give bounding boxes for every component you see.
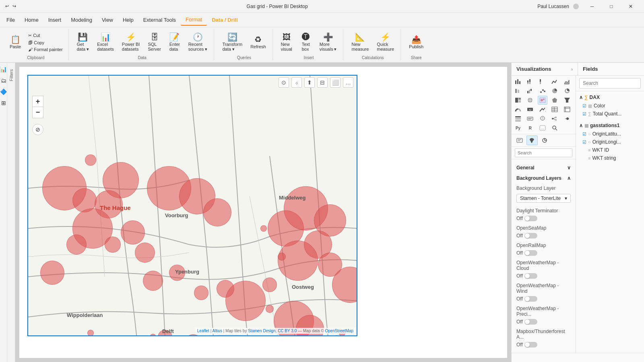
viz-custom1[interactable]: …: [538, 123, 547, 132]
daylight-toggle[interactable]: Off: [516, 216, 537, 221]
field-color[interactable]: ☑ ▦ Color: [579, 102, 641, 110]
field-total-quant[interactable]: ☑ ∑ Total Quant...: [579, 110, 641, 118]
ribbon-cut-btn[interactable]: ✂ Cut: [26, 32, 65, 39]
openRailMap-toggle[interactable]: Off: [516, 250, 537, 256]
mapboxThunder-toggle[interactable]: Off: [516, 342, 537, 348]
viz-map[interactable]: [525, 96, 535, 105]
ribbon-format-painter-btn[interactable]: 🖌 Format painter: [26, 46, 65, 53]
viz-donut[interactable]: [562, 86, 572, 95]
viz-r[interactable]: R: [525, 123, 535, 132]
openWeatherWind-track[interactable]: [524, 296, 537, 302]
map-up-btn[interactable]: ⬆: [304, 77, 315, 88]
viz-ribbon[interactable]: [513, 86, 523, 95]
menu-file[interactable]: File: [2, 14, 20, 25]
format-analytics-btn[interactable]: [539, 136, 550, 145]
nav-data-icon[interactable]: 🗂: [1, 77, 6, 84]
viz-100-bar[interactable]: [538, 77, 547, 86]
viz-key-influencers[interactable]: [562, 114, 572, 123]
viz-smart-narrative[interactable]: [525, 114, 535, 123]
close-button[interactable]: ✕: [621, 0, 640, 13]
format-paint-btn[interactable]: [526, 136, 538, 145]
menu-home[interactable]: Home: [20, 14, 43, 25]
nav-filters-icon[interactable]: ⊞: [1, 100, 6, 106]
format-bg-layers-header[interactable]: Background Layers ∧: [512, 173, 576, 183]
field-wkt-string[interactable]: ☑ ≡ WKT string: [579, 154, 641, 162]
ribbon-quick-measure-btn[interactable]: ⚡ Quickmeasure: [374, 31, 397, 53]
ribbon-copy-btn[interactable]: 🗐 Copy: [26, 39, 65, 46]
viz-filled-map[interactable]: [550, 96, 559, 105]
zoom-out-btn[interactable]: −: [32, 107, 43, 118]
field-wkt-id[interactable]: ☑ ≡ WKT ID: [579, 146, 641, 154]
ribbon-enter-data-btn[interactable]: 📝 Enterdata: [166, 31, 184, 53]
viz-table[interactable]: [550, 105, 559, 114]
menu-insert[interactable]: Insert: [43, 14, 66, 25]
openWeatherWind-toggle[interactable]: Off: [516, 296, 537, 302]
map-focus-btn[interactable]: ⊙: [279, 77, 289, 88]
map-more-btn[interactable]: …: [343, 77, 353, 88]
fields-dax-header[interactable]: ∧ ∑ DAX: [579, 93, 641, 102]
viz-waterfall[interactable]: [525, 86, 535, 95]
map-expand-btn[interactable]: ⬜: [330, 77, 341, 88]
zoom-in-btn[interactable]: +: [32, 96, 43, 107]
fields-search-input[interactable]: [579, 78, 641, 88]
ribbon-text-box-btn[interactable]: 🅣 Textbox: [297, 31, 315, 53]
daylight-track[interactable]: [524, 216, 537, 221]
menu-external-tools[interactable]: External Tools: [138, 14, 181, 25]
ribbon-excel-btn[interactable]: 📊 Exceldatasets: [94, 31, 117, 53]
viz-slicer[interactable]: [513, 114, 523, 123]
menu-view[interactable]: View: [97, 14, 118, 25]
format-general-header[interactable]: General ∨: [512, 162, 576, 173]
undo-button[interactable]: ↩: [4, 4, 10, 9]
field-origin-long[interactable]: ☑ ○ OriginLongi...: [579, 138, 641, 146]
nav-report-icon[interactable]: 📊: [0, 66, 7, 72]
ribbon-recent-sources-btn[interactable]: 🕐 Recentsources ▾: [185, 31, 211, 53]
openWeatherPreci-track[interactable]: [524, 319, 537, 325]
fields-gasstations-header[interactable]: ∧ ▦ gasstations1: [579, 121, 641, 130]
openSeaMap-toggle[interactable]: Off: [516, 233, 537, 239]
menu-format[interactable]: Format: [181, 14, 207, 26]
viz-stacked-bar[interactable]: [525, 77, 535, 86]
ribbon-paste-btn[interactable]: 📋 Paste: [6, 34, 24, 51]
openWeatherPreci-toggle[interactable]: Off: [516, 319, 537, 325]
viz-pie[interactable]: [550, 86, 559, 95]
map-filter-btn[interactable]: ⊟: [317, 77, 328, 88]
openWeatherCloud-toggle[interactable]: Off: [516, 273, 537, 279]
viz-search[interactable]: [550, 123, 559, 132]
viz-panel-chevron[interactable]: ›: [571, 67, 573, 72]
maximize-button[interactable]: □: [602, 0, 621, 13]
nav-model-icon[interactable]: 🔷: [0, 88, 7, 95]
menu-help[interactable]: Help: [118, 14, 138, 25]
viz-funnel[interactable]: [562, 96, 572, 105]
viz-area-chart[interactable]: [562, 77, 572, 86]
viz-matrix[interactable]: [562, 105, 572, 114]
redo-button[interactable]: ↪: [11, 4, 17, 9]
openSeaMap-track[interactable]: [524, 233, 537, 239]
viz-card[interactable]: 42: [525, 105, 535, 114]
viz-scatter[interactable]: [538, 86, 547, 95]
leaflet-link[interactable]: Leaflet: [197, 329, 209, 333]
viz-bubble-map[interactable]: [538, 96, 547, 105]
ribbon-new-visual-btn[interactable]: 🖼 Newvisual: [278, 31, 295, 53]
viz-line-chart[interactable]: [550, 77, 559, 86]
lasso-btn[interactable]: ⊘: [32, 124, 43, 135]
ribbon-powerbi-btn[interactable]: ⚡ Power BIdatasets: [119, 31, 143, 53]
mapboxThunder-track[interactable]: [524, 342, 537, 348]
map-visual[interactable]: ⊙ ⬦ ⬆ ⊟ ⬜ … + − ⊘: [27, 75, 357, 336]
ribbon-sql-btn[interactable]: 🗄 SQLServer: [144, 31, 164, 53]
menu-modeling[interactable]: Modeling: [66, 14, 97, 25]
altius-link[interactable]: Altius: [212, 329, 222, 333]
viz-gauge[interactable]: [513, 105, 523, 114]
ribbon-new-measure-btn[interactable]: 📐 Newmeasure: [348, 31, 372, 53]
ribbon-more-visuals-btn[interactable]: ➕ Morevisuals ▾: [316, 31, 340, 53]
viz-search-input[interactable]: [515, 148, 572, 157]
ribbon-publish-btn[interactable]: 📤 Publish: [406, 34, 427, 51]
viz-treemap[interactable]: [513, 96, 523, 105]
stamen-link[interactable]: Stamen Design, CC BY 3.0: [248, 329, 297, 333]
viz-bar-chart[interactable]: [513, 77, 523, 86]
ribbon-transform-btn[interactable]: 🔄 Transformdata ▾: [219, 31, 246, 53]
osm-link[interactable]: OpenStreetMap: [325, 329, 353, 333]
openWeatherCloud-track[interactable]: [524, 273, 537, 279]
openRailMap-track[interactable]: [524, 250, 537, 256]
viz-python[interactable]: Py: [513, 123, 523, 132]
format-fields-btn[interactable]: [514, 136, 525, 145]
